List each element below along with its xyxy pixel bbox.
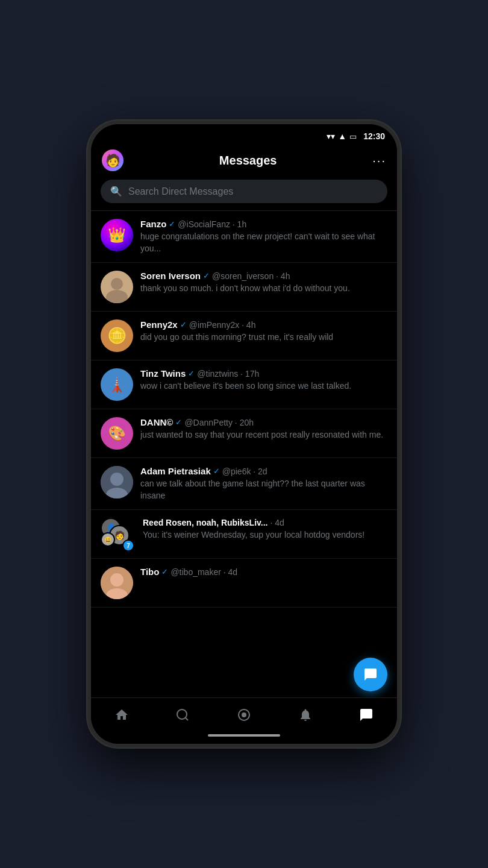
msg-time: · 4d: [270, 518, 284, 527]
svg-point-10: [177, 709, 187, 719]
sender-handle: @DannPetty · 20h: [184, 418, 254, 427]
wifi-icon: ▾▾: [327, 131, 335, 141]
list-item[interactable]: 👑 Fanzo ✓ @iSocialFanz · 1h huge congrat…: [91, 211, 397, 263]
avatar: [101, 466, 133, 498]
name-row: Adam Pietrasiak ✓ @pie6k · 2d: [140, 466, 387, 476]
list-item[interactable]: 🎨 DANN© ✓ @DannPetty · 20h just wanted t…: [91, 409, 397, 458]
group-avatar: 👤 🧑 😀 7: [101, 518, 133, 550]
avatar: 🪙: [101, 319, 133, 352]
name-row: Tibo ✓ @tibo_maker · 4d: [140, 567, 387, 577]
message-content: Soren Iverson ✓ @soren_iverson · 4h than…: [140, 271, 387, 295]
verified-badge: ✓: [213, 467, 220, 476]
phone-screen: ▾▾ ▲ ▭ 12:30 🧑 Messages ··· 🔍 Search Dir…: [91, 124, 397, 744]
battery-icon: ▭: [349, 132, 357, 141]
name-row: Tinz Twins ✓ @tinztwins · 17h: [140, 368, 387, 379]
nav-item-home[interactable]: [107, 704, 136, 726]
message-preview: can we talk about the game last night?? …: [140, 478, 387, 502]
avatar: 🗼: [101, 368, 133, 401]
sender-name: Tinz Twins: [140, 368, 186, 379]
list-item[interactable]: 🗼 Tinz Twins ✓ @tinztwins · 17h wow i ca…: [91, 360, 397, 409]
home-indicator: [91, 729, 397, 744]
sender-handle: @soren_iverson · 4h: [212, 271, 290, 281]
svg-point-12: [242, 712, 246, 717]
name-row: Soren Iverson ✓ @soren_iverson · 4h: [140, 271, 387, 281]
message-preview: wow i can't believe it's been so long si…: [140, 380, 387, 392]
nav-item-search[interactable]: [168, 704, 197, 726]
header: 🧑 Messages ···: [91, 145, 397, 177]
avatar-wrap: 🪙: [101, 319, 133, 352]
message-preview: just wanted to say that your recent post…: [140, 429, 387, 441]
list-item[interactable]: Adam Pietrasiak ✓ @pie6k · 2d can we tal…: [91, 458, 397, 510]
svg-point-1: [106, 290, 128, 303]
message-content: Penny2x ✓ @imPenny2x · 4h did you go out…: [140, 319, 387, 344]
nav-item-notifications[interactable]: [291, 704, 320, 726]
sender-handle: @imPenny2x · 4h: [189, 320, 256, 330]
list-item[interactable]: 👤 🧑 😀 7 Reed Rosen, noah, RubiksLiv... ·…: [91, 510, 397, 559]
sender-name: Tibo: [140, 567, 159, 577]
user-avatar[interactable]: 🧑: [102, 149, 124, 171]
sender-name: Reed Rosen, noah, RubiksLiv...: [143, 518, 267, 527]
verified-badge: ✓: [188, 369, 195, 378]
status-bar: ▾▾ ▲ ▭ 12:30: [91, 124, 397, 145]
search-icon: 🔍: [110, 186, 122, 197]
verified-badge: ✓: [180, 320, 187, 329]
verified-badge: ✓: [175, 418, 182, 427]
name-row: Penny2x ✓ @imPenny2x · 4h: [140, 319, 387, 330]
more-options-button[interactable]: ···: [372, 154, 386, 168]
search-input[interactable]: Search Direct Messages: [128, 186, 233, 197]
avatar: [101, 271, 133, 303]
name-row: Fanzo ✓ @iSocialFanz · 1h: [140, 219, 387, 229]
sender-name: Adam Pietrasiak: [140, 466, 211, 476]
sender-handle: @pie6k · 2d: [222, 467, 267, 476]
page-title: Messages: [219, 154, 277, 168]
avatar-wrap: [101, 271, 133, 303]
sender-name: Soren Iverson: [140, 271, 201, 281]
nav-item-messages[interactable]: [352, 704, 381, 726]
avatar: 🎨: [101, 417, 133, 450]
message-content: Fanzo ✓ @iSocialFanz · 1h huge congratul…: [140, 219, 387, 254]
svg-point-0: [111, 278, 123, 290]
sender-handle: @iSocialFanz · 1h: [178, 219, 246, 229]
list-item[interactable]: 🪙 Penny2x ✓ @imPenny2x · 4h did you go o…: [91, 312, 397, 360]
message-content: Adam Pietrasiak ✓ @pie6k · 2d can we tal…: [140, 466, 387, 502]
sender-handle: @tinztwins · 17h: [197, 369, 259, 379]
avatar-wrap: 👑: [101, 219, 133, 251]
new-message-button[interactable]: [354, 658, 387, 691]
sender-name: Fanzo: [140, 219, 166, 229]
message-content: Reed Rosen, noah, RubiksLiv... · 4d You:…: [143, 518, 387, 541]
name-row: DANN© ✓ @DannPetty · 20h: [140, 417, 387, 427]
avatar-wrap: 🗼: [101, 368, 133, 401]
phone-frame: ▾▾ ▲ ▭ 12:30 🧑 Messages ··· 🔍 Search Dir…: [87, 121, 401, 747]
signal-icon: ▲: [338, 131, 346, 141]
avatar-wrap: [101, 466, 133, 498]
verified-badge: ✓: [169, 219, 175, 228]
name-row: Reed Rosen, noah, RubiksLiv... · 4d: [143, 518, 387, 527]
message-preview: thank you so much. i don't know what i'd…: [140, 283, 387, 295]
message-preview: You: it's weiner Wednesday, sup your loc…: [143, 529, 387, 541]
message-preview: did you go out this morning? trust me, i…: [140, 332, 387, 344]
list-item[interactable]: Tibo ✓ @tibo_maker · 4d: [91, 559, 397, 608]
verified-badge: ✓: [161, 567, 168, 576]
nav-item-spaces[interactable]: [230, 704, 258, 726]
avatar: 👑: [101, 219, 133, 251]
avatar-wrap: [101, 567, 133, 599]
sender-name: Penny2x: [140, 319, 178, 330]
svg-point-6: [110, 573, 124, 587]
sender-name: DANN©: [140, 417, 173, 427]
list-item[interactable]: Soren Iverson ✓ @soren_iverson · 4h than…: [91, 263, 397, 312]
svg-point-3: [110, 473, 124, 486]
home-bar: [208, 734, 280, 737]
sender-handle: @tibo_maker · 4d: [170, 567, 237, 577]
group-count-badge: 7: [122, 539, 134, 552]
verified-badge: ✓: [203, 271, 210, 280]
status-time: 12:30: [363, 131, 385, 141]
avatar: [101, 567, 133, 599]
bottom-nav: [91, 697, 397, 729]
avatar-wrap: 🎨: [101, 417, 133, 450]
messages-list: 👑 Fanzo ✓ @iSocialFanz · 1h huge congrat…: [91, 211, 397, 697]
status-icons: ▾▾ ▲ ▭ 12:30: [327, 131, 385, 141]
message-preview: huge congratulations on the new project!…: [140, 231, 387, 254]
message-content: Tinz Twins ✓ @tinztwins · 17h wow i can'…: [140, 368, 387, 392]
message-content: DANN© ✓ @DannPetty · 20h just wanted to …: [140, 417, 387, 441]
search-bar[interactable]: 🔍 Search Direct Messages: [101, 180, 387, 203]
